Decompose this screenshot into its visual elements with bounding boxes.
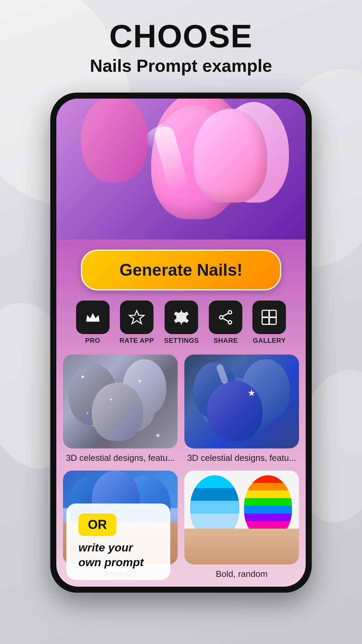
grid-image-2: ★ [184, 355, 299, 448]
settings-label: SETTINGS [164, 337, 199, 344]
settings-icon-box [165, 301, 198, 334]
grid-item-1[interactable]: ✦ ✦ ✦ ✦ ★ 3D celestial designs, featu... [63, 355, 178, 464]
share-icon [217, 309, 234, 326]
actions-row: PRO RATE APP [69, 297, 293, 351]
nail-shape-3 [219, 102, 289, 203]
gallery-label: GALLERY [253, 337, 286, 344]
rate-app-label: RATE APP [120, 337, 154, 344]
page-subtitle: Nails Prompt example [90, 56, 272, 76]
grid-label-4: Bold, random [216, 569, 268, 580]
phone-mockup: Generate Nails! PRO [50, 93, 312, 593]
svg-rect-10 [262, 318, 269, 324]
action-share[interactable]: SHARE [209, 301, 242, 344]
grid-image-1: ✦ ✦ ✦ ✦ ★ [63, 355, 178, 448]
svg-line-5 [223, 313, 228, 316]
svg-rect-9 [269, 310, 276, 317]
svg-line-6 [223, 318, 228, 321]
svg-rect-8 [262, 310, 269, 317]
phone-screen: Generate Nails! PRO [56, 99, 306, 587]
star-icon [128, 309, 145, 326]
generate-nails-button[interactable]: Generate Nails! [81, 250, 281, 290]
nail-visual-2: ★ [184, 355, 299, 448]
action-rate-app[interactable]: RATE APP [120, 301, 154, 344]
share-label: SHARE [214, 337, 238, 344]
nail-shape-1 [81, 99, 148, 182]
nail-visual-4 [184, 471, 299, 565]
nail-visual-1: ✦ ✦ ✦ ✦ ★ [63, 355, 178, 448]
action-gallery[interactable]: GALLERY [252, 301, 286, 344]
hero-nail-visual [56, 99, 306, 239]
gallery-icon [261, 309, 278, 326]
or-overlay: OR write your own prompt [66, 503, 170, 580]
grid-item-2[interactable]: ★ 3D celestial designs, featu... [184, 355, 299, 464]
or-badge: OR [78, 514, 116, 536]
grid-label-1: 3D celestial designs, featu... [66, 452, 175, 464]
gear-icon [173, 309, 190, 326]
action-settings[interactable]: SETTINGS [164, 301, 199, 344]
page-title: CHOOSE [109, 20, 253, 52]
grid-label-2: 3D celestial designs, featu... [187, 452, 296, 464]
or-text: write your own prompt [78, 540, 158, 570]
share-icon-box [209, 301, 242, 334]
svg-marker-0 [129, 311, 144, 324]
action-pro[interactable]: PRO [76, 301, 110, 344]
generate-btn-container: Generate Nails! [56, 239, 306, 297]
hero-image-area [56, 99, 306, 239]
pro-icon-box [76, 301, 110, 334]
pro-label: PRO [85, 337, 100, 344]
grid-image-4 [184, 471, 299, 565]
rate-app-icon-box [120, 301, 154, 334]
svg-rect-11 [269, 318, 276, 324]
crown-icon [84, 309, 101, 326]
grid-item-4[interactable]: Bold, random [184, 471, 299, 580]
gallery-icon-box [252, 301, 286, 334]
